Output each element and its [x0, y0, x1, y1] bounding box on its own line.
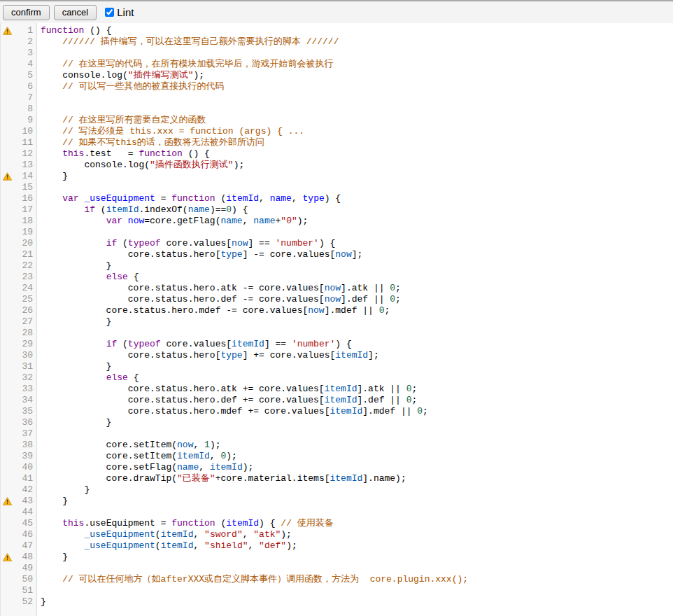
- code-text: [37, 92, 41, 104]
- code-text: if (typeof core.values[now] == 'number')…: [37, 238, 335, 249]
- code-text: // 如果不写this的话，函数将无法被外部所访问: [37, 137, 264, 148]
- code-line[interactable]: 20 if (typeof core.values[now] == 'numbe…: [1, 238, 673, 249]
- gutter-marker-space: [1, 484, 14, 496]
- line-number: 36: [14, 417, 37, 428]
- gutter-marker-space: [1, 585, 14, 596]
- line-number: 26: [14, 305, 37, 316]
- gutter-marker-space: [1, 193, 14, 204]
- code-line[interactable]: 9 // 在这里写所有需要自定义的函数: [1, 115, 673, 126]
- line-gutter: 12: [1, 148, 37, 160]
- code-line[interactable]: 26 core.status.hero.mdef -= core.values[…: [1, 305, 673, 316]
- line-gutter: 23: [1, 272, 37, 283]
- gutter-marker-space: [1, 328, 14, 339]
- lint-checkbox[interactable]: [105, 8, 114, 17]
- confirm-button[interactable]: confirm: [3, 5, 50, 20]
- line-number: 1: [14, 25, 37, 36]
- cancel-button[interactable]: cancel: [54, 5, 97, 20]
- code-line[interactable]: 45 this.useEquipment = function (itemId)…: [1, 518, 673, 529]
- code-line[interactable]: 27 }: [1, 316, 673, 328]
- gutter-marker-space: [1, 59, 14, 70]
- lint-warning-icon[interactable]: [1, 496, 14, 507]
- code-line[interactable]: 49: [1, 563, 673, 574]
- code-line[interactable]: 43 }: [1, 496, 673, 507]
- code-line[interactable]: 29 if (typeof core.values[itemId] == 'nu…: [1, 339, 673, 350]
- line-number: 39: [14, 451, 37, 462]
- code-line[interactable]: 10 // 写法必须是 this.xxx = function (args) {…: [1, 126, 673, 137]
- gutter-marker-space: [1, 48, 14, 59]
- line-number: 24: [14, 283, 37, 294]
- code-line[interactable]: 4 // 在这里写的代码，在所有模块加载完毕后，游戏开始前会被执行: [1, 59, 673, 70]
- code-line[interactable]: 12 this.test = function () {: [1, 148, 673, 160]
- lint-warning-icon[interactable]: [1, 171, 14, 182]
- code-line[interactable]: 18 var now=core.getFlag(name, name+"0");: [1, 216, 673, 227]
- line-number: 6: [14, 81, 37, 92]
- code-line[interactable]: 35 core.status.hero.mdef += core.values[…: [1, 406, 673, 417]
- line-gutter: 42: [1, 484, 37, 496]
- code-text: core.setItem(now, 1);: [37, 440, 220, 451]
- code-line[interactable]: 51: [1, 585, 673, 596]
- code-line[interactable]: 16 var _useEquipment = function (itemId,…: [1, 193, 673, 204]
- code-line[interactable]: 33 core.status.hero.atk += core.values[i…: [1, 384, 673, 395]
- line-number: 12: [14, 148, 37, 160]
- code-line[interactable]: 11 // 如果不写this的话，函数将无法被外部所访问: [1, 137, 673, 148]
- code-line[interactable]: 39 core.setItem(itemId, 0);: [1, 451, 673, 462]
- line-number: 17: [14, 204, 37, 216]
- code-line[interactable]: 21 core.status.hero[type] -= core.values…: [1, 249, 673, 260]
- line-gutter: 28: [1, 328, 37, 339]
- line-number: 22: [14, 260, 37, 272]
- code-text: core.status.hero[type] += core.values[it…: [37, 350, 379, 361]
- code-line[interactable]: 5 console.log("插件编写测试");: [1, 70, 673, 81]
- code-line[interactable]: 25 core.status.hero.def -= core.values[n…: [1, 294, 673, 305]
- code-line[interactable]: 23 else {: [1, 272, 673, 283]
- code-line[interactable]: 46 _useEquipment(itemId, "sword", "atk")…: [1, 529, 673, 540]
- code-line[interactable]: 3: [1, 48, 673, 59]
- line-gutter: 32: [1, 372, 37, 384]
- code-line[interactable]: 44: [1, 507, 673, 518]
- code-text: if (typeof core.values[itemId] == 'numbe…: [37, 339, 352, 350]
- lint-warning-icon[interactable]: [1, 552, 14, 563]
- code-line[interactable]: 19: [1, 227, 673, 238]
- line-number: 30: [14, 350, 37, 361]
- line-number: 32: [14, 372, 37, 384]
- code-editor[interactable]: 1function () {2 ////// 插件编写，可以在这里写自己额外需要…: [0, 23, 673, 616]
- gutter-marker-space: [1, 70, 14, 81]
- code-line[interactable]: 48 }: [1, 552, 673, 563]
- code-line[interactable]: 30 core.status.hero[type] += core.values…: [1, 350, 673, 361]
- code-line[interactable]: 52}: [1, 596, 673, 608]
- code-line[interactable]: 1function () {: [1, 25, 673, 36]
- line-number: 41: [14, 473, 37, 484]
- code-line[interactable]: 37: [1, 428, 673, 440]
- code-line[interactable]: 41 core.drawTip("已装备"+core.material.item…: [1, 473, 673, 484]
- code-line[interactable]: 15: [1, 182, 673, 193]
- code-line[interactable]: 24 core.status.hero.atk -= core.values[n…: [1, 283, 673, 294]
- code-line[interactable]: 8: [1, 104, 673, 115]
- gutter-marker-space: [1, 294, 14, 305]
- code-line[interactable]: 2 ////// 插件编写，可以在这里写自己额外需要执行的脚本 //////: [1, 36, 673, 48]
- code-line[interactable]: 34 core.status.hero.def += core.values[i…: [1, 395, 673, 406]
- code-line[interactable]: 32 else {: [1, 372, 673, 384]
- code-line[interactable]: 14 }: [1, 171, 673, 182]
- code-line[interactable]: 40 core.setFlag(name, itemId);: [1, 462, 673, 473]
- code-line[interactable]: 47 _useEquipment(itemId, "shield", "def"…: [1, 540, 673, 552]
- code-line[interactable]: 50 // 可以在任何地方（如afterXXX或自定义脚本事件）调用函数，方法为…: [1, 574, 673, 585]
- code-line[interactable]: 42 }: [1, 484, 673, 496]
- code-lines[interactable]: 1function () {2 ////// 插件编写，可以在这里写自己额外需要…: [1, 23, 673, 608]
- code-line[interactable]: 7: [1, 92, 673, 104]
- gutter-marker-space: [1, 36, 14, 48]
- line-number: 52: [14, 596, 37, 608]
- code-line[interactable]: 13 console.log("插件函数执行测试");: [1, 160, 673, 171]
- code-line[interactable]: 38 core.setItem(now, 1);: [1, 440, 673, 451]
- line-number: 35: [14, 406, 37, 417]
- code-line[interactable]: 6 // 可以写一些其他的被直接执行的代码: [1, 81, 673, 92]
- code-line[interactable]: 17 if (itemId.indexOf(name)==0) {: [1, 204, 673, 216]
- code-text: // 在这里写的代码，在所有模块加载完毕后，游戏开始前会被执行: [37, 59, 334, 70]
- code-text: core.setFlag(name, itemId);: [37, 462, 253, 473]
- lint-warning-icon[interactable]: [1, 25, 14, 36]
- code-line[interactable]: 28: [1, 328, 673, 339]
- plugin-editor-window: confirm cancel Lint 1function () {2 ////…: [0, 0, 673, 616]
- code-line[interactable]: 36 }: [1, 417, 673, 428]
- line-gutter: 39: [1, 451, 37, 462]
- gutter-marker-space: [1, 238, 14, 249]
- code-line[interactable]: 31 }: [1, 361, 673, 372]
- code-line[interactable]: 22 }: [1, 260, 673, 272]
